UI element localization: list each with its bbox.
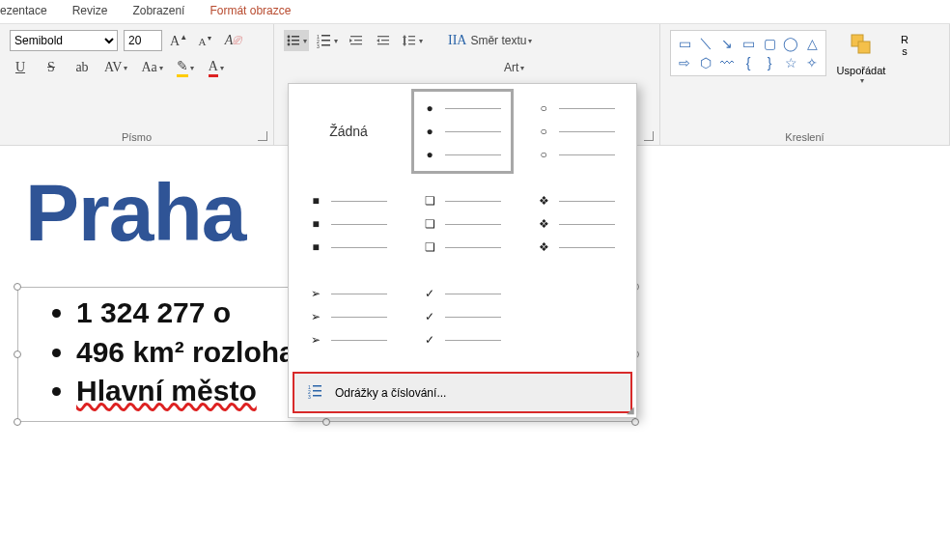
increase-font-button[interactable]: A▲ — [168, 30, 189, 51]
svg-rect-5 — [292, 43, 299, 45]
numbered-list-icon: 123 — [308, 383, 323, 402]
svg-text:3: 3 — [308, 394, 311, 399]
bullets-more-label: Odrážky a číslování... — [335, 386, 446, 400]
svg-rect-3 — [292, 40, 299, 42]
shape-hex-icon[interactable]: ⬡ — [696, 54, 715, 71]
shape-arrow-block-icon[interactable]: ⇨ — [675, 54, 694, 71]
svg-rect-7 — [321, 35, 330, 37]
change-case-button[interactable]: Aa▾ — [139, 57, 164, 78]
resize-grip-icon[interactable]: ◢ — [627, 405, 634, 415]
svg-rect-16 — [381, 40, 389, 41]
clear-formatting-button[interactable]: A⎚ — [222, 30, 243, 51]
svg-rect-19 — [408, 36, 415, 37]
shape-oval-icon[interactable]: ◯ — [781, 35, 800, 52]
bullets-button[interactable]: ▾ — [284, 30, 309, 51]
group-drawing: ▭ ＼ ↘ ▭ ▢ ◯ △ ⇨ ⬡ 〰 { } ☆ ✧ Uspořádat — [660, 24, 950, 145]
indent-icon — [376, 33, 391, 48]
shape-brace-r-icon[interactable]: } — [760, 54, 779, 71]
svg-rect-20 — [408, 40, 415, 41]
svg-rect-12 — [350, 36, 362, 37]
svg-rect-18 — [404, 38, 405, 43]
shape-callout-icon[interactable]: ✧ — [802, 54, 822, 71]
svg-text:3: 3 — [317, 43, 320, 48]
ribbon-tabs: ezentace Revize Zobrazení Formát obrazce — [0, 0, 950, 24]
resize-handle-icon[interactable] — [322, 418, 330, 426]
svg-point-4 — [288, 43, 291, 46]
font-color-button[interactable]: A▾ — [206, 57, 227, 78]
font-size-input[interactable] — [124, 30, 162, 51]
paragraph-dialog-launcher-icon[interactable] — [644, 131, 654, 141]
font-dialog-launcher-icon[interactable] — [258, 131, 267, 141]
font-family-select[interactable]: Semibold — [10, 30, 118, 51]
line-spacing-button[interactable]: ▾ — [400, 30, 425, 51]
bullet-option-diamond4[interactable]: ❖ ❖ ❖ — [530, 186, 623, 262]
shape-brace-l-icon[interactable]: { — [739, 54, 758, 71]
shape-arrow-line-icon[interactable]: ↘ — [717, 35, 737, 52]
underline-button[interactable]: U — [10, 57, 31, 78]
shape-rect-icon[interactable]: ▭ — [739, 35, 758, 52]
bullets-more-button[interactable]: 123 Odrážky a číslování... — [293, 372, 632, 413]
shapes-gallery[interactable]: ▭ ＼ ↘ ▭ ▢ ◯ △ ⇨ ⬡ 〰 { } ☆ ✧ — [670, 30, 826, 76]
highlight-button[interactable]: ✎▾ — [175, 57, 196, 78]
bullet-option-circle[interactable]: ○ ○ ○ — [530, 94, 623, 169]
svg-rect-13 — [354, 40, 362, 41]
shape-styles-button-fragment[interactable]: R s — [896, 30, 913, 57]
svg-rect-17 — [377, 43, 389, 44]
resize-handle-icon[interactable] — [631, 418, 639, 426]
svg-rect-1 — [292, 36, 299, 38]
outdent-icon — [349, 33, 364, 48]
resize-handle-icon[interactable] — [14, 418, 21, 426]
wordart-button[interactable]: Art▾ — [502, 57, 526, 78]
bullet-option-box[interactable]: ❏ ❏ ❏ — [416, 186, 509, 262]
shape-triangle-icon[interactable]: △ — [802, 35, 822, 52]
svg-point-2 — [288, 40, 291, 42]
group-label-drawing: Kreslení — [670, 127, 939, 143]
bullet-option-arrow[interactable]: ➢ ➢ ➢ — [302, 279, 395, 354]
line-spacing-icon — [402, 33, 417, 48]
tab-review[interactable]: Revize — [72, 4, 108, 17]
text-direction-button[interactable]: IIA Směr textu ▾ — [446, 30, 534, 51]
group-font: Semibold A▲ A▼ A⎚ U S ab AV▾ Aa▾ ✎▾ A▾ P… — [0, 24, 274, 145]
svg-rect-14 — [350, 43, 362, 44]
arrange-icon — [849, 32, 874, 63]
svg-rect-25 — [313, 385, 321, 387]
bullet-option-none[interactable]: Žádná — [302, 94, 395, 169]
bullet-option-disc[interactable]: ● ● ● — [416, 94, 509, 169]
resize-handle-icon[interactable] — [14, 350, 21, 358]
svg-rect-23 — [858, 42, 870, 53]
svg-rect-11 — [321, 44, 330, 46]
svg-rect-15 — [377, 36, 389, 37]
bullet-option-square[interactable]: ■ ■ ■ — [302, 186, 395, 262]
shape-roundrect-icon[interactable]: ▢ — [760, 35, 779, 52]
bullet-list-icon — [286, 33, 301, 48]
svg-rect-9 — [321, 40, 330, 42]
arrange-button[interactable]: Uspořádat ▾ — [832, 30, 890, 85]
strikethrough-button[interactable]: S — [41, 57, 62, 78]
bullets-dropdown: Žádná ● ● ● ○ ○ ○ ■ ■ ■ ❏ ❏ — [288, 83, 637, 418]
decrease-indent-button[interactable] — [346, 30, 367, 51]
svg-rect-29 — [313, 395, 321, 397]
character-spacing-button[interactable]: AV▾ — [102, 57, 129, 78]
decrease-font-button[interactable]: A▼ — [195, 30, 216, 51]
shape-line-icon[interactable]: ＼ — [696, 35, 715, 52]
tab-view[interactable]: Zobrazení — [132, 4, 184, 17]
svg-rect-21 — [408, 43, 415, 44]
tab-presentation[interactable]: ezentace — [0, 4, 47, 17]
number-list-icon: 123 — [317, 33, 332, 48]
svg-point-0 — [288, 36, 291, 39]
increase-indent-button[interactable] — [373, 30, 394, 51]
shape-curve-icon[interactable]: 〰 — [717, 54, 737, 71]
subscript-button[interactable]: ab — [71, 57, 93, 78]
group-label-font: Písmo — [10, 127, 264, 143]
svg-rect-27 — [313, 390, 321, 392]
resize-handle-icon[interactable] — [14, 283, 21, 291]
shape-textbox-icon[interactable]: ▭ — [675, 35, 694, 52]
numbering-button[interactable]: 123 ▾ — [315, 30, 340, 51]
shape-star-icon[interactable]: ☆ — [781, 54, 800, 71]
tab-picture-format[interactable]: Formát obrazce — [210, 4, 291, 17]
bullet-option-check[interactable]: ✓ ✓ ✓ — [416, 279, 509, 354]
